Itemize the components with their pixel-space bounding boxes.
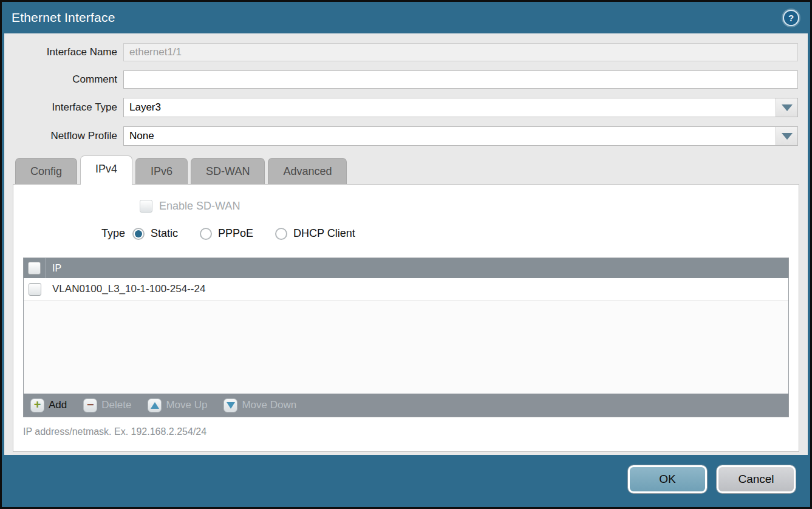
- move-up-button[interactable]: Move Up: [148, 398, 207, 412]
- move-up-icon: [148, 398, 162, 412]
- enable-sdwan-checkbox[interactable]: [140, 200, 152, 213]
- ethernet-interface-dialog: Ethernet Interface ? Interface Name Comm…: [0, 0, 812, 509]
- radio-dhcp-client[interactable]: DHCP Client: [275, 227, 355, 240]
- move-down-button[interactable]: Move Down: [223, 398, 296, 412]
- enable-sdwan-row: Enable SD-WAN: [140, 200, 799, 213]
- form-row-interface-name: Interface Name: [4, 43, 798, 61]
- move-up-button-label: Move Up: [166, 399, 207, 411]
- ip-helper-text: IP address/netmask. Ex. 192.168.2.254/24: [23, 426, 789, 437]
- form-row-netflow-profile: Netflow Profile None: [4, 126, 798, 146]
- radio-static-control[interactable]: [132, 228, 145, 240]
- ok-button[interactable]: OK: [628, 465, 707, 493]
- table-row[interactable]: VLAN0100_L3_10-1-100-254--24: [24, 278, 788, 301]
- delete-icon: −: [83, 398, 97, 412]
- help-icon[interactable]: ?: [783, 10, 799, 26]
- netflow-profile-dropdown-button[interactable]: [776, 127, 797, 145]
- row-checkbox[interactable]: [29, 283, 41, 296]
- interface-type-dropdown-button[interactable]: [776, 98, 797, 117]
- type-row: Type Static PPPoE DHCP Client: [13, 227, 799, 240]
- tab-sdwan[interactable]: SD-WAN: [191, 158, 265, 184]
- radio-static-label: Static: [151, 227, 178, 240]
- interface-name-input: [123, 43, 798, 61]
- row-ip-value: VLAN0100_L3_10-1-100-254--24: [46, 283, 205, 295]
- netflow-profile-dropdown[interactable]: None: [123, 126, 798, 146]
- comment-input[interactable]: [123, 70, 798, 89]
- add-icon: +: [30, 398, 44, 412]
- interface-type-label: Interface Type: [4, 101, 123, 114]
- form-area: Interface Name Comment Interface Type La…: [4, 33, 808, 155]
- enable-sdwan-label: Enable SD-WAN: [159, 200, 240, 213]
- add-button-label: Add: [49, 399, 67, 411]
- ip-table: IP VLAN0100_L3_10-1-100-254--24 + Add −: [23, 258, 789, 417]
- ip-column-header: IP: [46, 263, 61, 274]
- tab-bar: Config IPv4 IPv6 SD-WAN Advanced: [4, 155, 808, 184]
- type-radio-group: Static PPPoE DHCP Client: [132, 227, 355, 240]
- cancel-button[interactable]: Cancel: [717, 465, 796, 493]
- radio-static[interactable]: Static: [132, 227, 178, 240]
- radio-dhcp-client-label: DHCP Client: [293, 227, 355, 240]
- ipv4-tab-panel: Enable SD-WAN Type Static PPPoE DHCP C: [13, 184, 799, 452]
- chevron-down-icon: [782, 104, 793, 111]
- select-all-checkbox[interactable]: [28, 262, 41, 275]
- move-down-button-label: Move Down: [242, 399, 296, 411]
- dialog-body: Interface Name Comment Interface Type La…: [4, 33, 808, 455]
- radio-dhcp-client-control[interactable]: [275, 228, 287, 240]
- radio-pppoe[interactable]: PPPoE: [200, 227, 253, 240]
- dialog-footer: OK Cancel: [4, 455, 808, 507]
- delete-button[interactable]: − Delete: [83, 398, 131, 412]
- table-empty-area: [24, 301, 788, 394]
- netflow-profile-label: Netflow Profile: [4, 130, 123, 142]
- form-row-interface-type: Interface Type Layer3: [4, 98, 798, 117]
- tab-ipv6[interactable]: IPv6: [135, 158, 188, 184]
- add-button[interactable]: + Add: [30, 398, 67, 412]
- interface-name-label: Interface Name: [4, 46, 123, 58]
- table-toolbar: + Add − Delete Move Up Move Down: [24, 394, 788, 417]
- radio-pppoe-control[interactable]: [200, 228, 212, 240]
- interface-type-dropdown[interactable]: Layer3: [123, 98, 798, 117]
- tab-ipv4[interactable]: IPv4: [80, 155, 132, 185]
- comment-label: Comment: [4, 73, 123, 86]
- tab-config[interactable]: Config: [15, 158, 77, 184]
- delete-button-label: Delete: [101, 399, 131, 411]
- tab-advanced[interactable]: Advanced: [268, 158, 347, 184]
- netflow-profile-value: None: [124, 127, 776, 145]
- dialog-title-bar: Ethernet Interface ?: [4, 2, 808, 33]
- interface-type-value: Layer3: [124, 98, 776, 117]
- chevron-down-icon: [782, 133, 793, 140]
- row-checkbox-cell: [24, 278, 46, 300]
- radio-pppoe-label: PPPoE: [218, 227, 253, 240]
- dialog-title: Ethernet Interface: [12, 10, 115, 25]
- type-label: Type: [13, 227, 132, 240]
- form-row-comment: Comment: [4, 70, 798, 89]
- header-checkbox-cell: [24, 258, 46, 278]
- move-down-icon: [223, 398, 237, 412]
- ip-table-header: IP: [24, 258, 788, 278]
